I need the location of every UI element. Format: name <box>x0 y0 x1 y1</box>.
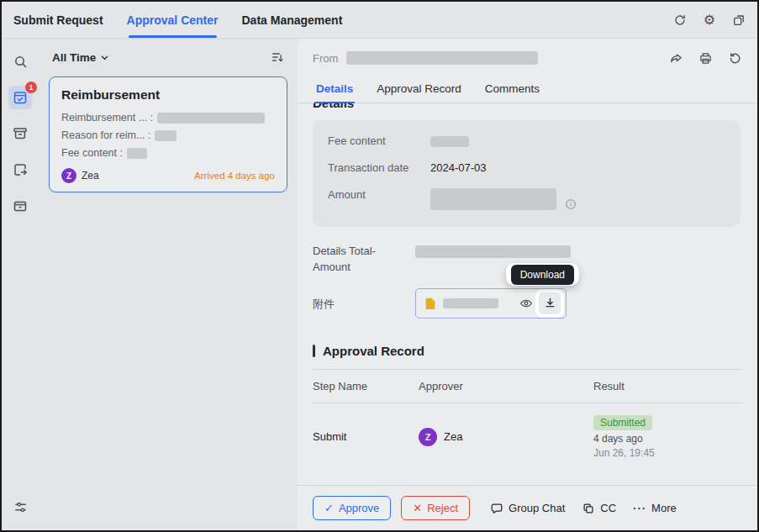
arrived-time: Arrived 4 days ago <box>194 171 275 181</box>
tab-details[interactable]: Details <box>314 77 355 103</box>
reject-button[interactable]: ✕ Reject <box>401 496 470 520</box>
approver-name: Zea <box>444 430 462 443</box>
download-tooltip-halo: Download <box>506 263 579 286</box>
download-tooltip: Download <box>511 265 574 285</box>
unread-count-badge: 1 <box>25 82 37 93</box>
file-icon <box>424 297 437 310</box>
request-title: Reimbursement <box>61 87 275 103</box>
result-relative-time: 4 days ago <box>593 433 643 445</box>
table-header-row: Step Name Approver Result <box>313 369 742 403</box>
top-bar: Submit Request Approval Center Data Mana… <box>2 2 757 39</box>
total-amount-label: Details Total-Amount <box>313 244 415 276</box>
requester-name: Zea <box>82 170 99 182</box>
tab-comments[interactable]: Comments <box>483 77 541 103</box>
step-name-cell: Submit <box>313 430 419 443</box>
approval-record-title: Approval Record <box>323 344 424 358</box>
redacted-value <box>127 148 147 159</box>
result-cell: Submitted 4 days ago Jun 26, 19:45 <box>593 415 742 459</box>
table-row: Submit Z Zea Submitted 4 days ago Jun 26… <box>313 403 742 471</box>
from-label: From <box>313 52 338 65</box>
share-icon[interactable] <box>669 51 683 66</box>
chevron-down-icon[interactable] <box>100 53 109 62</box>
archive-box-icon[interactable] <box>8 122 32 145</box>
download-button[interactable] <box>539 292 561 314</box>
list-header: All Time <box>49 49 287 66</box>
attachment-actions: Download <box>518 292 561 314</box>
details-section-heading: Details <box>313 103 742 113</box>
redacted-value <box>157 113 265 124</box>
cc-icon <box>582 502 595 515</box>
col-approver: Approver <box>419 380 593 392</box>
request-field: Reason for reim... : <box>61 129 275 141</box>
tab-data-management[interactable]: Data Management <box>242 2 343 38</box>
filter-settings-icon[interactable] <box>8 495 32 519</box>
storage-box-icon[interactable] <box>8 194 32 218</box>
request-field-label: Reason for reim... : <box>61 129 150 141</box>
chat-bubble-icon <box>490 502 503 515</box>
group-chat-button[interactable]: Group Chat <box>487 497 568 520</box>
attachment-row: 附件 <box>313 288 742 319</box>
content-area: 1 <box>2 39 757 530</box>
transaction-date-value: 2024-07-03 <box>430 161 725 174</box>
app-window: Submit Request Approval Center Data Mana… <box>0 0 759 532</box>
fee-content-value <box>430 134 725 147</box>
amount-value <box>430 188 725 210</box>
detail-tabs: Details Approval Record Comments <box>298 77 757 103</box>
more-label: More <box>651 502 677 514</box>
detail-header-actions <box>669 51 742 66</box>
approval-record-table: Step Name Approver Result Submit Z Zea S… <box>313 369 742 471</box>
avatar: Z <box>419 428 437 446</box>
topbar-actions: ⚙ <box>673 2 746 38</box>
attachment-label: 附件 <box>313 288 415 312</box>
tab-submit-request[interactable]: Submit Request <box>13 2 103 38</box>
info-icon[interactable] <box>565 198 577 210</box>
search-icon[interactable] <box>8 50 32 73</box>
request-field-label: Reimbursement ... : <box>61 112 153 124</box>
gear-icon[interactable]: ⚙ <box>704 13 715 27</box>
col-step-name: Step Name <box>313 380 419 392</box>
redacted-total <box>415 245 571 258</box>
details-info-box: Fee content Transaction date 2024-07-03 … <box>313 120 741 227</box>
sort-icon[interactable] <box>271 50 284 64</box>
request-list-panel: All Time Reimbursement Reimbursement ...… <box>39 39 298 530</box>
tab-approval-record[interactable]: Approval Record <box>375 77 463 103</box>
cc-label: CC <box>600 502 616 514</box>
request-field: Reimbursement ... : <box>61 112 275 124</box>
open-window-icon[interactable] <box>732 13 746 27</box>
more-button[interactable]: ··· More <box>630 497 680 519</box>
detail-header: From <box>298 39 757 77</box>
section-bar <box>313 345 315 357</box>
redacted-value <box>155 130 177 141</box>
left-icon-rail: 1 <box>2 39 39 530</box>
print-icon[interactable] <box>698 51 713 66</box>
transaction-date-label: Transaction date <box>328 161 430 174</box>
request-card-footer: Z Zea Arrived 4 days ago <box>61 168 275 183</box>
history-icon[interactable] <box>728 51 742 66</box>
col-result: Result <box>593 380 742 392</box>
fee-content-label: Fee content <box>328 134 430 147</box>
attachment-item[interactable]: Download <box>415 288 567 319</box>
avatar: Z <box>61 168 76 183</box>
approve-label: Approve <box>339 502 379 514</box>
approval-record-section: Approval Record <box>313 344 742 358</box>
check-icon: ✓ <box>324 502 334 514</box>
redacted-value <box>430 188 556 210</box>
redacted-value <box>430 136 469 147</box>
redacted-sender <box>346 51 538 65</box>
approval-tasks-icon[interactable]: 1 <box>8 86 32 109</box>
result-timestamp: Jun 26, 19:45 <box>593 447 655 459</box>
refresh-icon[interactable] <box>673 13 687 27</box>
group-chat-label: Group Chat <box>509 502 565 514</box>
more-ellipsis-icon: ··· <box>633 502 646 514</box>
time-filter-label[interactable]: All Time <box>52 51 96 64</box>
cc-button[interactable]: CC <box>578 497 619 520</box>
approve-button[interactable]: ✓ Approve <box>313 496 391 520</box>
request-card-reimbursement[interactable]: Reimbursement Reimbursement ... : Reason… <box>49 76 287 192</box>
cross-icon: ✕ <box>413 502 422 514</box>
preview-eye-icon[interactable] <box>518 295 535 312</box>
request-field: Fee content : <box>61 147 275 159</box>
detail-body: Details Fee content Transaction date 202… <box>298 103 757 485</box>
export-document-icon[interactable] <box>8 158 32 182</box>
tab-approval-center[interactable]: Approval Center <box>127 2 219 38</box>
redacted-filename <box>443 298 498 308</box>
